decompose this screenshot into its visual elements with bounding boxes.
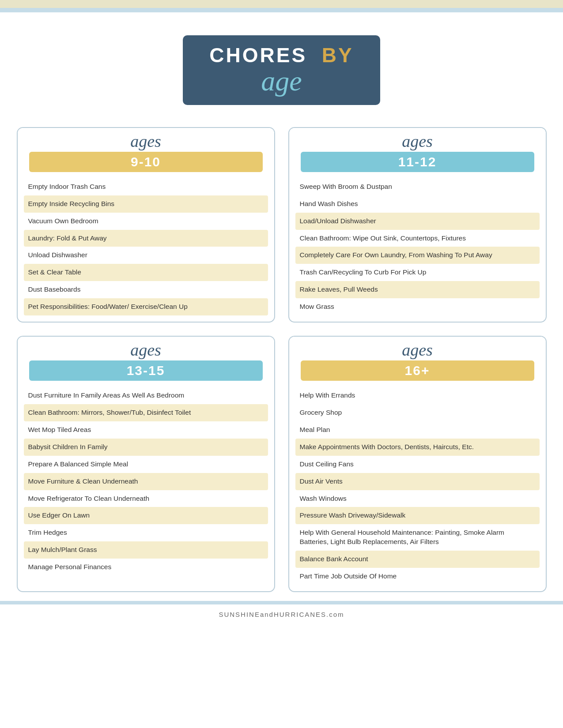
chore-item: Wet Mop Tiled Areas: [24, 421, 268, 439]
chore-item: Part Time Job Outside Of Home: [295, 568, 540, 585]
chore-item: Manage Personal Finances: [24, 559, 268, 576]
card-ages-16-plus: ages16+Help With ErrandsGrocery ShopMeal…: [288, 336, 547, 592]
chore-item: Sweep With Broom & Dustpan: [295, 178, 540, 195]
chore-item: Laundry: Fold & Put Away: [24, 230, 268, 247]
chore-item: Help With General Household Maintenance:…: [295, 524, 540, 551]
chore-item: Clean Bathroom: Mirrors, Shower/Tub, Dis…: [24, 404, 268, 421]
chore-item: Clean Bathroom: Wipe Out Sink, Counterto…: [295, 230, 540, 247]
title-chores-word: CHORES: [209, 44, 307, 67]
card-header-ages-13-15: ages13-15: [18, 337, 274, 387]
chore-item: Help With Errands: [295, 387, 540, 404]
chore-item: Babysit Children In Family: [24, 439, 268, 456]
card-header-ages-16-plus: ages16+: [289, 337, 546, 387]
title-block: CHORES BY age: [183, 35, 380, 105]
chore-item: Meal Plan: [295, 421, 540, 439]
chore-item: Empty Indoor Trash Cans: [24, 178, 268, 195]
chore-item: Dust Ceiling Fans: [295, 456, 540, 473]
header-stripe-yellow: [0, 0, 563, 8]
chore-item: Balance Bank Account: [295, 551, 540, 568]
card-ages-13-15: ages13-15Dust Furniture In Family Areas …: [17, 336, 275, 592]
card-header-ages-11-12: ages11-12: [289, 128, 546, 178]
age-range-ages-11-12: 11-12: [301, 152, 534, 172]
main-grid: ages9-10Empty Indoor Trash CansEmpty Ins…: [17, 127, 547, 592]
title-section: CHORES BY age: [183, 23, 380, 109]
footer-stripe: [0, 601, 563, 604]
chore-list-ages-16-plus: Help With ErrandsGrocery ShopMeal PlanMa…: [289, 387, 546, 591]
chore-item: Pet Responsibilities: Food/Water/ Exerci…: [24, 298, 268, 315]
chore-item: Grocery Shop: [295, 404, 540, 421]
chore-item: Hand Wash Dishes: [295, 195, 540, 213]
card-header-ages-9-10: ages9-10: [18, 128, 274, 178]
card-ages-9-10: ages9-10Empty Indoor Trash CansEmpty Ins…: [17, 127, 275, 323]
chore-list-ages-9-10: Empty Indoor Trash CansEmpty Inside Recy…: [18, 178, 274, 322]
chore-item: Prepare A Balanced Simple Meal: [24, 456, 268, 473]
chore-list-ages-13-15: Dust Furniture In Family Areas As Well A…: [18, 387, 274, 582]
header-stripe-blue: [0, 8, 563, 12]
chore-item: Make Appointments With Doctors, Dentists…: [295, 439, 540, 456]
age-range-ages-13-15: 13-15: [29, 360, 263, 381]
age-range-ages-9-10: 9-10: [29, 152, 263, 172]
chore-item: Trash Can/Recycling To Curb For Pick Up: [295, 264, 540, 281]
ages-script-label: ages: [25, 132, 267, 151]
chore-item: Dust Air Vents: [295, 473, 540, 490]
chore-item: Pressure Wash Driveway/Sidewalk: [295, 507, 540, 524]
chore-item: Move Furniture & Clean Underneath: [24, 473, 268, 490]
chore-item: Mow Grass: [295, 298, 540, 315]
chore-item: Empty Inside Recycling Bins: [24, 195, 268, 213]
chore-item: Move Refrigerator To Clean Underneath: [24, 490, 268, 507]
chore-item: Load/Unload Dishwasher: [295, 213, 540, 230]
chore-item: Unload Dishwasher: [24, 247, 268, 264]
chore-item: Completely Care For Own Laundry, From Wa…: [295, 247, 540, 264]
chore-item: Use Edger On Lawn: [24, 507, 268, 524]
chore-item: Wash Windows: [295, 490, 540, 507]
footer-text: SUNSHINEandHURRICANES.com: [219, 611, 344, 618]
title-age-word: age: [209, 67, 353, 95]
chore-item: Set & Clear Table: [24, 264, 268, 281]
chore-item: Vacuum Own Bedroom: [24, 213, 268, 230]
chore-list-ages-11-12: Sweep With Broom & DustpanHand Wash Dish…: [289, 178, 546, 322]
age-range-ages-16-plus: 16+: [301, 360, 534, 381]
chore-item: Dust Furniture In Family Areas As Well A…: [24, 387, 268, 404]
ages-script-label: ages: [296, 341, 539, 360]
chore-item: Trim Hedges: [24, 524, 268, 541]
footer: SUNSHINEandHURRICANES.com: [219, 611, 344, 618]
title-chores: CHORES BY: [209, 44, 353, 67]
chore-item: Rake Leaves, Pull Weeds: [295, 281, 540, 298]
ages-script-label: ages: [296, 132, 539, 151]
chore-item: Dust Baseboards: [24, 281, 268, 298]
title-by-word: BY: [322, 44, 354, 67]
chore-item: Lay Mulch/Plant Grass: [24, 541, 268, 559]
ages-script-label: ages: [25, 341, 267, 360]
card-ages-11-12: ages11-12Sweep With Broom & DustpanHand …: [288, 127, 547, 323]
